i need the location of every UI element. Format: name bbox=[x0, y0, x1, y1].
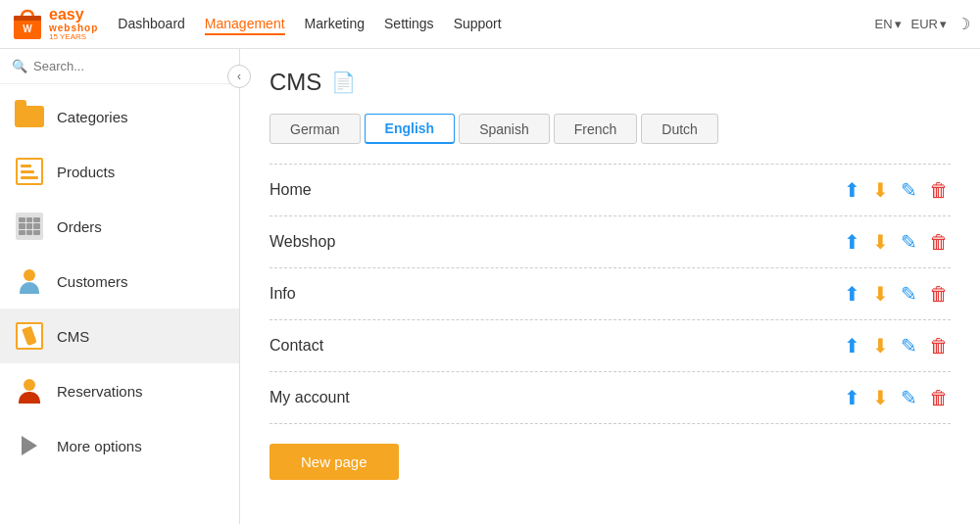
move-up-button-info[interactable]: ⬆ bbox=[842, 282, 862, 306]
move-down-button-my-account[interactable]: ⬇ bbox=[870, 386, 891, 409]
sidebar: 🔍 ‹ Categories P bbox=[0, 49, 240, 524]
nav-links: Dashboard Management Marketing Settings … bbox=[118, 14, 874, 35]
lang-chevron-icon: ▾ bbox=[895, 17, 902, 31]
nav-dashboard[interactable]: Dashboard bbox=[118, 14, 185, 35]
tab-german[interactable]: German bbox=[270, 114, 361, 144]
cms-row-actions-contact: ⬆ ⬇ ✎ 🗑 bbox=[842, 334, 951, 357]
nav-right: EN ▾ EUR ▾ ☽ bbox=[874, 15, 970, 33]
nav-settings[interactable]: Settings bbox=[384, 14, 434, 35]
tab-dutch[interactable]: Dutch bbox=[641, 114, 718, 144]
logo-years: 15 YEARS bbox=[49, 33, 98, 42]
move-up-button-my-account[interactable]: ⬆ bbox=[842, 386, 862, 409]
dark-mode-icon[interactable]: ☽ bbox=[956, 15, 970, 33]
tab-french[interactable]: French bbox=[554, 114, 638, 144]
edit-button-info[interactable]: ✎ bbox=[899, 282, 919, 306]
products-icon bbox=[14, 156, 45, 187]
sidebar-item-customers[interactable]: Customers bbox=[0, 254, 239, 309]
svg-rect-1 bbox=[14, 16, 41, 21]
main-layout: 🔍 ‹ Categories P bbox=[0, 49, 980, 524]
cms-pages-list: Home ⬆ ⬇ ✎ 🗑 Webshop ⬆ ⬇ ✎ 🗑 bbox=[270, 164, 951, 424]
sidebar-label-categories: Categories bbox=[57, 109, 128, 125]
delete-button-home[interactable]: 🗑 bbox=[927, 178, 951, 202]
move-up-button-webshop[interactable]: ⬆ bbox=[842, 230, 862, 254]
page-title-row: CMS 📄 bbox=[270, 69, 951, 96]
sidebar-label-customers: Customers bbox=[57, 273, 128, 290]
cms-page-name-home: Home bbox=[270, 181, 312, 199]
sidebar-item-orders[interactable]: Orders bbox=[0, 199, 239, 254]
search-input[interactable] bbox=[33, 59, 227, 73]
arrow-right-icon bbox=[14, 430, 45, 461]
sidebar-label-cms: CMS bbox=[57, 328, 89, 345]
new-page-button[interactable]: New page bbox=[270, 444, 399, 480]
cms-icon bbox=[14, 320, 45, 352]
cms-row-my-account: My account ⬆ ⬇ ✎ 🗑 bbox=[270, 372, 951, 424]
logo-icon: W bbox=[10, 6, 45, 41]
move-up-button-home[interactable]: ⬆ bbox=[842, 178, 862, 202]
cms-row-info: Info ⬆ ⬇ ✎ 🗑 bbox=[270, 268, 951, 320]
customers-person-icon bbox=[14, 265, 45, 297]
cms-row-actions-info: ⬆ ⬇ ✎ 🗑 bbox=[842, 282, 951, 306]
cms-row-webshop: Webshop ⬆ ⬇ ✎ 🗑 bbox=[270, 216, 951, 268]
sidebar-label-orders: Orders bbox=[57, 218, 102, 235]
logo[interactable]: W easy webshop 15 YEARS bbox=[10, 6, 98, 42]
currency-selector[interactable]: EUR ▾ bbox=[911, 17, 947, 31]
cms-page-name-my-account: My account bbox=[270, 389, 350, 406]
reservations-icon bbox=[14, 375, 45, 406]
move-down-button-contact[interactable]: ⬇ bbox=[870, 334, 891, 357]
svg-text:W: W bbox=[23, 24, 32, 34]
tab-spanish[interactable]: Spanish bbox=[459, 114, 550, 144]
cms-row-actions-home: ⬆ ⬇ ✎ 🗑 bbox=[842, 178, 951, 202]
cms-row-contact: Contact ⬆ ⬇ ✎ 🗑 bbox=[270, 320, 951, 372]
sidebar-item-cms[interactable]: CMS bbox=[0, 309, 239, 363]
edit-button-contact[interactable]: ✎ bbox=[899, 334, 919, 357]
cms-page-icon: 📄 bbox=[331, 71, 356, 94]
cms-page-name-webshop: Webshop bbox=[270, 233, 335, 251]
cms-page-name-contact: Contact bbox=[270, 337, 323, 355]
cms-row-actions-webshop: ⬆ ⬇ ✎ 🗑 bbox=[842, 230, 951, 254]
delete-button-contact[interactable]: 🗑 bbox=[927, 334, 951, 357]
sidebar-label-products: Products bbox=[57, 164, 115, 180]
sidebar-label-reservations: Reservations bbox=[57, 383, 143, 400]
language-selector[interactable]: EN ▾ bbox=[874, 17, 901, 31]
edit-button-home[interactable]: ✎ bbox=[899, 178, 919, 202]
delete-button-webshop[interactable]: 🗑 bbox=[927, 230, 951, 254]
cms-row-actions-my-account: ⬆ ⬇ ✎ 🗑 bbox=[842, 386, 951, 409]
nav-support[interactable]: Support bbox=[454, 14, 502, 35]
orders-icon bbox=[14, 211, 45, 242]
search-area: 🔍 bbox=[0, 49, 239, 84]
sidebar-item-products[interactable]: Products bbox=[0, 144, 239, 199]
sidebar-collapse-button[interactable]: ‹ bbox=[227, 65, 251, 88]
move-down-button-webshop[interactable]: ⬇ bbox=[870, 230, 891, 254]
move-down-button-home[interactable]: ⬇ bbox=[870, 178, 891, 202]
move-up-button-contact[interactable]: ⬆ bbox=[842, 334, 862, 357]
sidebar-items: Categories Products bbox=[0, 84, 239, 473]
page-title: CMS bbox=[270, 69, 321, 96]
sidebar-label-more-options: More options bbox=[57, 438, 142, 454]
edit-button-my-account[interactable]: ✎ bbox=[899, 386, 919, 409]
logo-easy: easy bbox=[49, 6, 98, 24]
top-navigation: W easy webshop 15 YEARS Dashboard Manage… bbox=[0, 0, 980, 49]
cms-row-home: Home ⬆ ⬇ ✎ 🗑 bbox=[270, 165, 951, 216]
search-icon: 🔍 bbox=[12, 59, 27, 73]
sidebar-item-categories[interactable]: Categories bbox=[0, 89, 239, 144]
cms-page-name-info: Info bbox=[270, 285, 296, 303]
delete-button-my-account[interactable]: 🗑 bbox=[927, 386, 951, 409]
logo-text: easy webshop 15 YEARS bbox=[49, 6, 98, 42]
folder-icon bbox=[14, 101, 45, 132]
sidebar-item-more-options[interactable]: More options bbox=[0, 418, 239, 473]
nav-marketing[interactable]: Marketing bbox=[305, 14, 365, 35]
currency-chevron-icon: ▾ bbox=[940, 17, 947, 31]
delete-button-info[interactable]: 🗑 bbox=[927, 282, 951, 306]
nav-management[interactable]: Management bbox=[205, 14, 285, 35]
language-tabs: German English Spanish French Dutch bbox=[270, 114, 951, 144]
main-content: CMS 📄 German English Spanish French Dutc… bbox=[240, 49, 980, 524]
sidebar-item-reservations[interactable]: Reservations bbox=[0, 363, 239, 418]
edit-button-webshop[interactable]: ✎ bbox=[899, 230, 919, 254]
tab-english[interactable]: English bbox=[365, 114, 456, 144]
move-down-button-info[interactable]: ⬇ bbox=[870, 282, 891, 306]
